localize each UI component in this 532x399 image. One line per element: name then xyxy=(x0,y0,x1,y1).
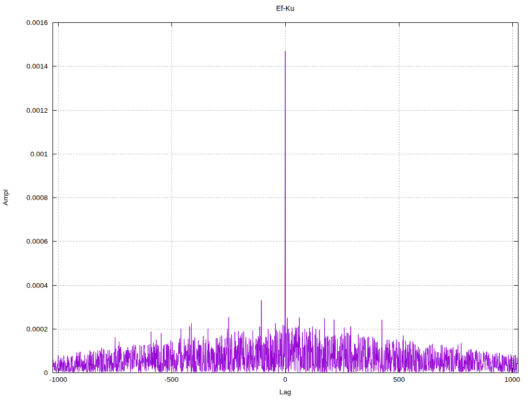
y-tick-label: 0.0008 xyxy=(26,194,48,202)
y-tick-label: 0 xyxy=(44,369,48,377)
chart-title: Ef-Ku xyxy=(276,4,294,12)
y-tick-label: 0.0014 xyxy=(26,62,48,70)
y-tick-label: 0.0002 xyxy=(26,325,48,333)
y-tick-label: 0.0004 xyxy=(26,282,48,289)
x-tick-label: -500 xyxy=(164,376,178,383)
series-line xyxy=(52,51,517,372)
x-tick-label: 500 xyxy=(393,376,405,383)
correlation-line xyxy=(52,51,517,372)
chart-canvas: -1000-5000500100000.00020.00040.00060.00… xyxy=(0,0,532,399)
x-tick-label: 1000 xyxy=(504,376,520,383)
axis-tick-labels: -1000-5000500100000.00020.00040.00060.00… xyxy=(26,19,520,384)
y-tick-label: 0.0012 xyxy=(26,107,48,114)
x-tick-label: -1000 xyxy=(49,376,68,383)
y-axis-title: Ampl xyxy=(2,190,9,206)
x-axis-title: Lag xyxy=(280,388,291,396)
gnuplot-chart-window: -1000-5000500100000.00020.00040.00060.00… xyxy=(0,0,532,399)
y-tick-label: 0.0016 xyxy=(26,19,48,26)
y-tick-label: 0.001 xyxy=(30,150,48,158)
x-tick-label: 0 xyxy=(283,376,287,383)
y-tick-label: 0.0006 xyxy=(26,237,48,245)
